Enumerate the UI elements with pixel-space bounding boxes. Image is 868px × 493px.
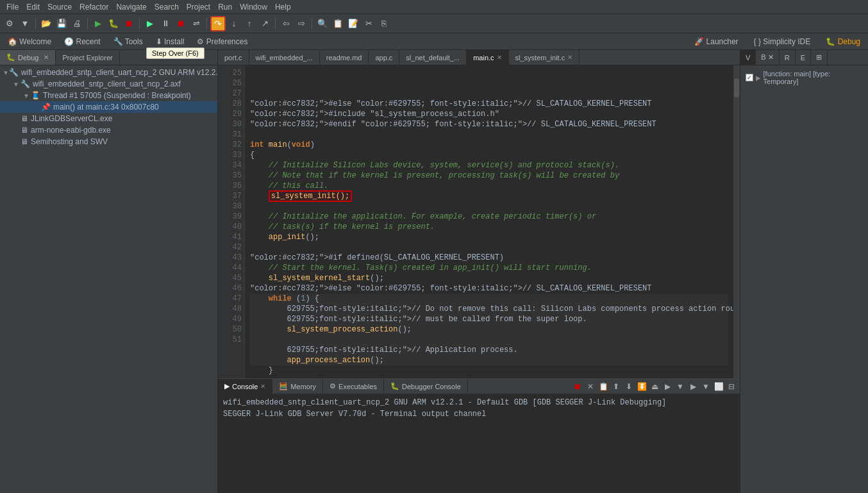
code-area[interactable]: 2526272829303132333435363738394041424344…	[218, 65, 740, 378]
toolbar-btn-5[interactable]: 🖨	[70, 17, 84, 31]
tree-item-2[interactable]: ▼🧵Thread #1 57005 (Suspended : Breakpoin…	[0, 90, 217, 101]
nav-launcher[interactable]: 🚀 Launcher	[689, 36, 743, 47]
console-btn-2[interactable]: ✕	[585, 381, 596, 392]
menu-source[interactable]: Source	[44, 1, 76, 13]
console-stop-btn[interactable]: ⏹	[572, 381, 583, 392]
console-btn-10[interactable]: ▶	[687, 381, 699, 392]
editor-tab-6[interactable]: sl_system_init.c✕	[509, 50, 580, 65]
editor-tab-2[interactable]: readme.md	[320, 50, 369, 65]
toolbar-debug[interactable]: 🐛	[106, 17, 121, 31]
toolbar-btn-b[interactable]: ⇨	[294, 17, 308, 31]
editor-tab-3[interactable]: app.c	[369, 50, 399, 65]
scrollbar-thumb[interactable]	[734, 78, 739, 97]
editor-tab-5[interactable]: main.c✕	[467, 50, 508, 65]
console-maximize[interactable]: ⬜	[713, 381, 724, 392]
bottom-tab-memory[interactable]: 🧮 Memory	[272, 379, 323, 394]
fr-tab-e[interactable]: E	[796, 50, 811, 65]
toolbar-btn-a[interactable]: ⇦	[279, 17, 293, 31]
fr-tab-b[interactable]: B ✕	[756, 50, 779, 65]
nav-left: 🏠 Welcome 🕐 Recent 🔧 Tools ⬇ Install ⚙ P…	[3, 36, 253, 47]
step-out-button[interactable]: ↑	[242, 17, 256, 31]
console-btn-9[interactable]: ▼	[674, 381, 686, 392]
step-into-button[interactable]: ↓	[227, 17, 241, 31]
menu-search[interactable]: Search	[151, 1, 183, 13]
toolbar-btn-f[interactable]: ✂	[362, 17, 376, 31]
console-btn-5[interactable]: ⬇	[623, 381, 635, 392]
nav-preferences[interactable]: ⚙ Preferences	[192, 36, 253, 47]
nav-bar: 🏠 Welcome 🕐 Recent 🔧 Tools ⬇ Install ⚙ P…	[0, 33, 868, 50]
editor-tab-1[interactable]: wifi_embedded_...	[249, 50, 320, 65]
editor-tab-close-5[interactable]: ✕	[497, 54, 502, 61]
bottom-tab-executables[interactable]: ⚙ Executables	[323, 379, 384, 394]
menu-navigate[interactable]: Navigate	[112, 1, 150, 13]
menu-refactor[interactable]: Refactor	[76, 1, 112, 13]
fr-tab-v[interactable]: V	[740, 50, 756, 65]
toolbar-suspend[interactable]: ⏸	[158, 17, 172, 31]
toolbar-run[interactable]: ▶	[91, 17, 105, 31]
menu-help[interactable]: Help	[271, 1, 295, 13]
line-num-29: 29	[218, 109, 242, 119]
console-btn-11[interactable]: ▼	[700, 381, 712, 392]
fr-tab-grid[interactable]: ⊞	[811, 50, 828, 65]
toolbar-btn-e[interactable]: 📝	[346, 17, 360, 31]
toolbar-resume[interactable]: ▶	[143, 17, 157, 31]
nav-simplicity-ide[interactable]: { } Simplicity IDE	[749, 36, 816, 47]
line-numbers: 2526272829303132333435363738394041424344…	[218, 65, 245, 378]
tree-item-4[interactable]: 🖥JLinkGDBServerCL.exe	[0, 113, 217, 124]
tab-debug[interactable]: 🐛 Debug ✕	[0, 50, 56, 65]
editor-tab-label-6: sl_system_init.c	[515, 54, 565, 62]
bottom-tab-console[interactable]: ▶ Console ✕	[218, 379, 272, 394]
console-tab-close[interactable]: ✕	[260, 383, 265, 390]
menu-edit[interactable]: Edit	[22, 1, 44, 13]
console-btn-7[interactable]: ⏏	[649, 381, 660, 392]
toolbar-btn-4[interactable]: 💾	[54, 17, 69, 31]
menu-file[interactable]: File	[3, 1, 22, 13]
code-line-50: app_process_action();	[250, 355, 728, 365]
toolbar-btn-g[interactable]: ⎘	[377, 17, 391, 31]
tree-item-5[interactable]: 🖥arm-none-eabi-gdb.exe	[0, 124, 217, 136]
nav-debug[interactable]: 🐛 Debug	[821, 36, 865, 47]
fr-tab-r[interactable]: R	[780, 50, 796, 65]
bottom-tab-debugger-console[interactable]: 🐛 Debugger Console	[384, 379, 468, 394]
tree-item-1[interactable]: ▼🔧wifi_embedded_sntp_client_uart_ncp_2.a…	[0, 78, 217, 90]
tab-project-explorer[interactable]: Project Explorer	[56, 50, 119, 65]
menu-run[interactable]: Run	[214, 1, 236, 13]
menu-window[interactable]: Window	[236, 1, 271, 13]
fr-item-1[interactable]: ✓ ▶ [function: main] [type: Temporary]	[743, 68, 865, 87]
tree-item-3[interactable]: 📌main() at main.c:34 0x8007c80	[0, 101, 217, 113]
toolbar-btn-c[interactable]: 🔍	[315, 17, 330, 31]
code-content[interactable]: "color:#cc7832;">#else "color:#629755; f…	[245, 65, 733, 378]
editor-tab-label-3: app.c	[375, 54, 392, 62]
code-line-42: sl_system_kernel_start();	[250, 273, 728, 283]
nav-install[interactable]: ⬇ Install	[151, 36, 190, 47]
debug-tab-close[interactable]: ✕	[44, 54, 49, 61]
tree-item-6[interactable]: 🖥Semihosting and SWV	[0, 136, 217, 147]
tree-item-0[interactable]: ▼🔧wifi_embedded_sntp_client_uart_ncp_2 G…	[0, 67, 217, 78]
toolbar-btn-d[interactable]: 📋	[331, 17, 345, 31]
console-btn-6[interactable]: ⏬	[636, 381, 647, 392]
nav-welcome[interactable]: 🏠 Welcome	[3, 36, 56, 47]
step-return-button[interactable]: ↗	[258, 17, 272, 31]
toolbar-btn-3[interactable]: 📂	[39, 17, 53, 31]
menu-project[interactable]: Project	[183, 1, 214, 13]
line-num-47: 47	[218, 294, 242, 304]
toolbar-disconnect[interactable]: ⇌	[189, 17, 203, 31]
editor-tab-4[interactable]: sl_net_default_...	[399, 50, 467, 65]
console-btn-4[interactable]: ⬆	[610, 381, 622, 392]
checkbox-icon[interactable]: ✓	[746, 74, 753, 81]
toolbar-terminate[interactable]: ⏹	[174, 17, 188, 31]
nav-tools[interactable]: 🔧 Tools	[108, 36, 148, 47]
code-line-29: int main(void)	[250, 140, 728, 150]
console-btn-8[interactable]: ▶	[662, 381, 673, 392]
nav-recent[interactable]: 🕐 Recent	[59, 36, 105, 47]
console-minimize[interactable]: ⊟	[726, 381, 737, 392]
editor-tab-0[interactable]: port.c	[218, 50, 249, 65]
editor-tabs: port.cwifi_embedded_...readme.mdapp.csl_…	[218, 50, 740, 65]
console-btn-3[interactable]: 📋	[597, 381, 609, 392]
toolbar-btn-1[interactable]: ⚙	[3, 17, 17, 31]
toolbar-stop[interactable]: ⏹	[122, 17, 136, 31]
editor-tab-close-6[interactable]: ✕	[567, 54, 572, 61]
step-over-button[interactable]: ↷	[210, 16, 226, 31]
editor-scrollbar[interactable]	[733, 65, 740, 378]
toolbar-btn-2[interactable]: ▼	[18, 17, 32, 31]
